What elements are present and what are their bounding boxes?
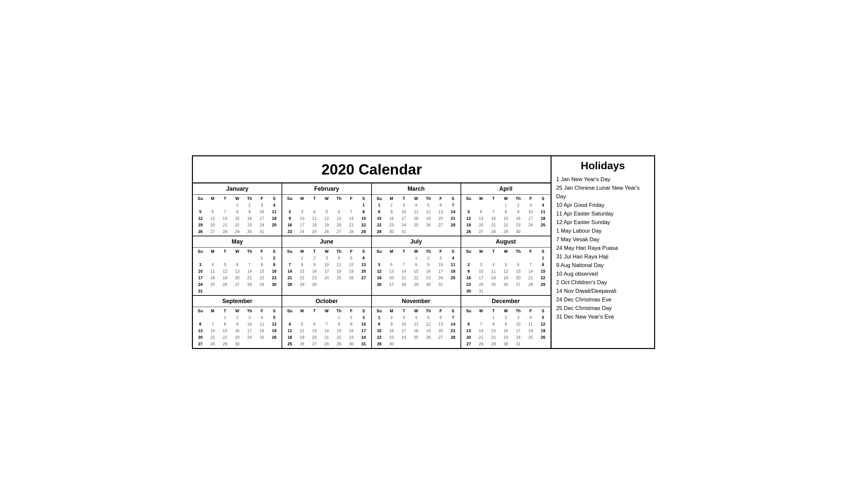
day-cell: 11 bbox=[308, 215, 321, 222]
day-cell: 20 bbox=[475, 222, 487, 228]
day-cell: 5 bbox=[373, 262, 385, 268]
day-header: Th bbox=[512, 308, 524, 314]
day-cell: 20 bbox=[385, 275, 398, 281]
day-cell: 18 bbox=[524, 327, 537, 334]
day-cell: 3 bbox=[524, 202, 537, 209]
day-cell: 16 bbox=[268, 268, 280, 275]
day-cell: 4 bbox=[283, 321, 296, 327]
month-grid: SuMTWThFS1234567891011121314151617181920… bbox=[372, 195, 461, 236]
day-cell: 8 bbox=[256, 262, 268, 268]
day-cell: 28 bbox=[475, 341, 487, 347]
day-cell: 24 bbox=[321, 275, 333, 281]
day-cell: 15 bbox=[256, 268, 268, 275]
day-header: W bbox=[410, 195, 422, 202]
day-cell bbox=[524, 228, 537, 235]
day-cell: 26 bbox=[463, 228, 475, 235]
day-cell: 24 bbox=[512, 334, 524, 341]
day-cell: 21 bbox=[475, 334, 487, 341]
holiday-item: 11 Apr Easter Saturday bbox=[556, 210, 650, 218]
day-header: T bbox=[219, 248, 231, 255]
day-cell: 29 bbox=[487, 341, 500, 347]
month-grid: SuMTWThFS1234567891011121314151617181920… bbox=[461, 195, 551, 236]
day-cell: 12 bbox=[268, 321, 280, 327]
day-cell: 11 bbox=[537, 209, 549, 215]
day-cell: 25 bbox=[256, 334, 268, 341]
day-cell: 30 bbox=[463, 288, 475, 294]
day-cell bbox=[398, 341, 410, 347]
day-cell: 28 bbox=[447, 222, 459, 228]
holiday-item: 14 Nov Diwali/Deepavali bbox=[556, 287, 650, 295]
day-cell: 4 bbox=[410, 202, 422, 209]
day-cell: 13 bbox=[206, 215, 219, 222]
day-cell: 10 bbox=[398, 321, 410, 327]
day-cell: 10 bbox=[243, 321, 256, 327]
day-cell: 28 bbox=[447, 334, 459, 341]
day-cell bbox=[500, 255, 512, 262]
day-cell: 7 bbox=[447, 202, 459, 209]
day-cell bbox=[410, 341, 422, 347]
day-cell: 6 bbox=[512, 262, 524, 268]
holiday-item: 24 May Hari Raya Puasa bbox=[556, 244, 650, 252]
day-cell: 7 bbox=[524, 262, 537, 268]
day-cell bbox=[487, 202, 500, 209]
day-cell: 19 bbox=[463, 222, 475, 228]
day-cell: 23 bbox=[231, 334, 243, 341]
day-cell bbox=[283, 202, 296, 209]
day-cell: 1 bbox=[256, 255, 268, 262]
day-cell: 21 bbox=[345, 222, 357, 228]
day-cell: 2 bbox=[385, 202, 398, 209]
day-cell: 16 bbox=[512, 215, 524, 222]
day-header: Su bbox=[373, 308, 385, 314]
day-cell: 28 bbox=[398, 281, 410, 288]
day-cell: 7 bbox=[206, 321, 219, 327]
day-header: S bbox=[268, 248, 280, 255]
day-cell: 10 bbox=[475, 268, 487, 275]
day-header: Su bbox=[463, 308, 475, 314]
day-header: W bbox=[231, 195, 243, 202]
holiday-item: 24 Dec Christmas Eve bbox=[556, 295, 650, 304]
day-cell: 20 bbox=[512, 275, 524, 281]
day-cell bbox=[256, 288, 268, 294]
day-cell: 11 bbox=[447, 262, 459, 268]
day-cell: 4 bbox=[268, 202, 280, 209]
day-header: F bbox=[524, 308, 537, 314]
day-cell: 23 bbox=[463, 281, 475, 288]
day-cell bbox=[333, 202, 345, 209]
day-cell: 19 bbox=[373, 275, 385, 281]
day-cell: 18 bbox=[447, 268, 459, 275]
day-cell: 7 bbox=[321, 321, 333, 327]
day-cell: 6 bbox=[308, 321, 321, 327]
day-cell: 21 bbox=[219, 222, 231, 228]
day-cell: 13 bbox=[434, 321, 447, 327]
day-cell: 6 bbox=[385, 262, 398, 268]
day-cell: 4 bbox=[308, 209, 321, 215]
day-header: Su bbox=[463, 195, 475, 202]
day-cell bbox=[385, 255, 398, 262]
day-cell bbox=[524, 255, 537, 262]
day-header: T bbox=[219, 308, 231, 314]
day-cell bbox=[206, 288, 219, 294]
day-cell: 5 bbox=[296, 321, 308, 327]
day-header: Th bbox=[512, 195, 524, 202]
day-cell: 28 bbox=[345, 228, 357, 235]
day-cell: 13 bbox=[357, 262, 369, 268]
holiday-item: 1 Jan New Year's Day bbox=[556, 175, 650, 184]
day-cell: 3 bbox=[475, 262, 487, 268]
day-cell: 8 bbox=[487, 321, 500, 327]
day-cell: 29 bbox=[256, 281, 268, 288]
day-cell: 12 bbox=[296, 327, 308, 334]
day-cell: 15 bbox=[333, 327, 345, 334]
month-block-april: AprilSuMTWThFS12345678910111213141516171… bbox=[461, 183, 551, 236]
day-cell: 7 bbox=[475, 321, 487, 327]
day-cell: 8 bbox=[373, 321, 385, 327]
day-cell bbox=[206, 314, 219, 321]
day-cell bbox=[357, 281, 369, 288]
day-cell bbox=[206, 202, 219, 209]
day-cell: 25 bbox=[524, 334, 537, 341]
day-cell: 18 bbox=[256, 327, 268, 334]
day-cell: 21 bbox=[524, 275, 537, 281]
day-cell: 8 bbox=[357, 209, 369, 215]
day-cell: 25 bbox=[487, 281, 500, 288]
day-cell: 29 bbox=[231, 228, 243, 235]
day-cell: 9 bbox=[345, 321, 357, 327]
